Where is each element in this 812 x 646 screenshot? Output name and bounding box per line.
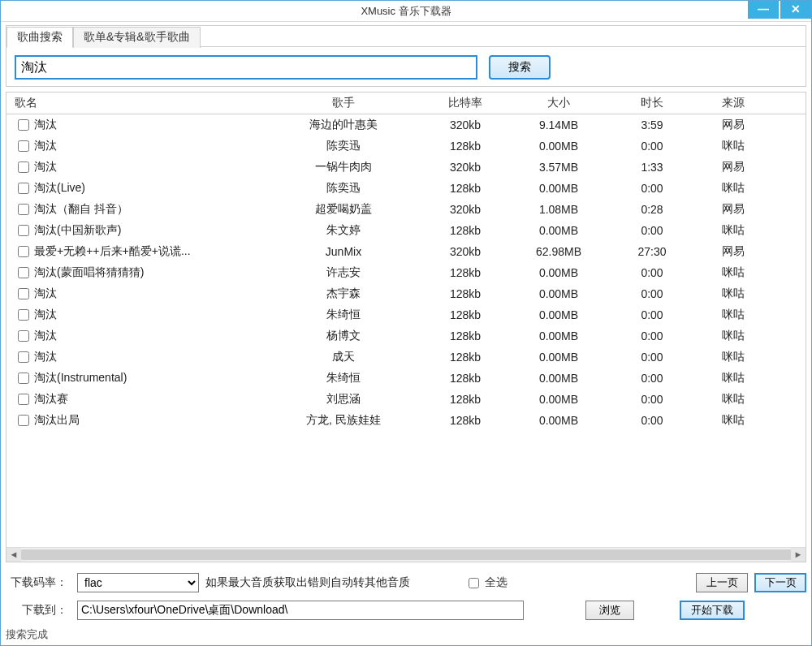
cell-artist: 陈奕迅 [266,139,421,153]
cell-size: 0.00MB [510,308,607,321]
cell-artist: 成天 [266,350,421,364]
results-body[interactable]: 淘汰海边的叶惠美320kb9.14MB3:59网易淘汰陈奕迅128kb0.00M… [6,114,806,547]
table-row[interactable]: 淘汰（翻自 抖音）超爱喝奶盖320kb1.08MB0:28网易 [6,199,806,220]
search-input[interactable] [15,55,477,80]
cell-bitrate: 320kb [421,245,510,258]
prev-page-button[interactable]: 上一页 [696,573,748,592]
row-checkbox[interactable] [18,140,29,152]
next-page-button[interactable]: 下一页 [754,573,806,592]
table-row[interactable]: 淘汰赛刘思涵128kb0.00MB0:00咪咕 [6,389,806,410]
cell-size: 9.14MB [510,118,607,131]
col-source[interactable]: 来源 [697,96,770,110]
cell-source: 咪咕 [697,181,770,196]
table-row[interactable]: 淘汰(蒙面唱将猜猜猜)许志安128kb0.00MB0:00咪咕 [6,262,806,283]
table-row[interactable]: 淘汰朱绮恒128kb0.00MB0:00咪咕 [6,304,806,325]
row-checkbox[interactable] [18,204,29,215]
cell-duration: 0:00 [607,393,697,406]
minimize-button[interactable]: — [748,1,779,19]
table-row[interactable]: 淘汰陈奕迅128kb0.00MB0:00咪咕 [6,136,806,157]
cell-size: 0.00MB [510,414,607,427]
tab-song-search[interactable]: 歌曲搜索 [6,27,73,48]
table-row[interactable]: 淘汰海边的叶惠美320kb9.14MB3:59网易 [6,114,806,136]
col-size[interactable]: 大小 [510,96,607,110]
cell-name: 淘汰出局 [34,413,80,428]
cell-source: 咪咕 [697,139,770,153]
bitrate-label: 下载码率： [6,575,71,590]
cell-source: 咪咕 [697,350,770,364]
row-checkbox[interactable] [18,330,29,342]
bitrate-select[interactable]: flac [77,573,199,592]
save-path-input[interactable] [77,601,524,620]
cell-size: 0.00MB [510,224,607,237]
start-download-button[interactable]: 开始下载 [680,601,745,620]
row-checkbox[interactable] [18,309,29,321]
cell-duration: 3:59 [607,118,697,131]
title-bar: XMusic 音乐下载器 — ✕ [1,1,811,22]
select-all-label: 全选 [485,575,508,590]
select-all-input[interactable] [469,578,479,588]
cell-bitrate: 320kb [421,203,510,216]
cell-artist: 朱文婷 [266,223,421,238]
results-panel: 歌名 歌手 比特率 大小 时长 来源 淘汰海边的叶惠美320kb9.14MB3:… [6,92,806,562]
row-checkbox[interactable] [18,119,29,131]
row-checkbox[interactable] [18,183,29,194]
row-checkbox[interactable] [18,288,29,299]
table-row[interactable]: 淘汰(中国新歌声)朱文婷128kb0.00MB0:00咪咕 [6,220,806,241]
tab-playlist-album[interactable]: 歌单&专辑&歌手歌曲 [73,27,201,48]
scroll-left-icon[interactable]: ◄ [6,548,21,562]
browse-button[interactable]: 浏览 [585,601,634,620]
cell-artist: JunMix [266,245,421,258]
table-row[interactable]: 淘汰成天128kb0.00MB0:00咪咕 [6,347,806,368]
row-checkbox[interactable] [18,394,29,405]
row-checkbox[interactable] [18,162,29,173]
tab-strip: 歌曲搜索 歌单&专辑&歌手歌曲 [6,26,806,47]
select-all-checkbox[interactable]: 全选 [465,575,508,591]
cell-size: 0.00MB [510,393,607,406]
cell-bitrate: 128kb [421,287,510,300]
window-title: XMusic 音乐下载器 [1,4,811,19]
table-row[interactable]: 淘汰杨博文128kb0.00MB0:00咪咕 [6,325,806,347]
table-row[interactable]: 淘汰(Instrumental)朱绮恒128kb0.00MB0:00咪咕 [6,368,806,389]
col-bitrate[interactable]: 比特率 [421,96,510,110]
col-dur[interactable]: 时长 [607,96,697,110]
cell-duration: 0:00 [607,140,697,153]
row-checkbox[interactable] [18,351,29,363]
table-row[interactable]: 淘汰一锅牛肉肉320kb3.57MB1:33网易 [6,157,806,178]
cell-size: 3.57MB [510,161,607,174]
scroll-right-icon[interactable]: ► [791,548,806,562]
table-row[interactable]: 淘汰杰宇森128kb0.00MB0:00咪咕 [6,283,806,304]
row-checkbox[interactable] [18,267,29,278]
cell-source: 咪咕 [697,286,770,301]
cell-source: 咪咕 [697,371,770,385]
row-checkbox[interactable] [18,373,29,384]
window-controls: — ✕ [746,1,811,19]
scroll-thumb[interactable] [21,549,801,560]
search-button[interactable]: 搜索 [489,55,551,80]
row-checkbox[interactable] [18,225,29,236]
horizontal-scrollbar[interactable]: ◄ ► [6,547,806,562]
table-row[interactable]: 淘汰出局方龙, 民族娃娃128kb0.00MB0:00咪咕 [6,410,806,431]
table-row[interactable]: 淘汰(Live)陈奕迅128kb0.00MB0:00咪咕 [6,178,806,199]
row-checkbox[interactable] [18,246,29,257]
cell-artist: 刘思涵 [266,392,421,407]
col-name[interactable]: 歌名 [6,96,266,110]
table-row[interactable]: 最爱+无赖++后来+酷爱+说谎...JunMix320kb62.98MB27:3… [6,241,806,262]
close-button[interactable]: ✕ [780,1,811,19]
col-artist[interactable]: 歌手 [266,96,421,110]
cell-artist: 朱绮恒 [266,308,421,322]
row-checkbox[interactable] [18,415,29,426]
cell-bitrate: 128kb [421,351,510,364]
footer-controls: 下载码率： flac 如果最大音质获取出错则自动转其他音质 全选 上一页 下一页… [6,569,806,624]
cell-duration: 0:00 [607,182,697,195]
cell-name: 淘汰 [34,118,57,132]
cell-source: 咪咕 [697,413,770,428]
cell-name: 淘汰赛 [34,392,68,407]
cell-source: 咪咕 [697,392,770,407]
cell-name: 最爱+无赖++后来+酷爱+说谎... [34,244,191,259]
cell-artist: 方龙, 民族娃娃 [266,413,421,428]
cell-name: 淘汰 [34,350,57,364]
status-bar: 搜索完成 [6,627,806,642]
cell-duration: 0:00 [607,351,697,364]
cell-artist: 一锅牛肉肉 [266,160,421,174]
cell-source: 网易 [697,244,770,259]
